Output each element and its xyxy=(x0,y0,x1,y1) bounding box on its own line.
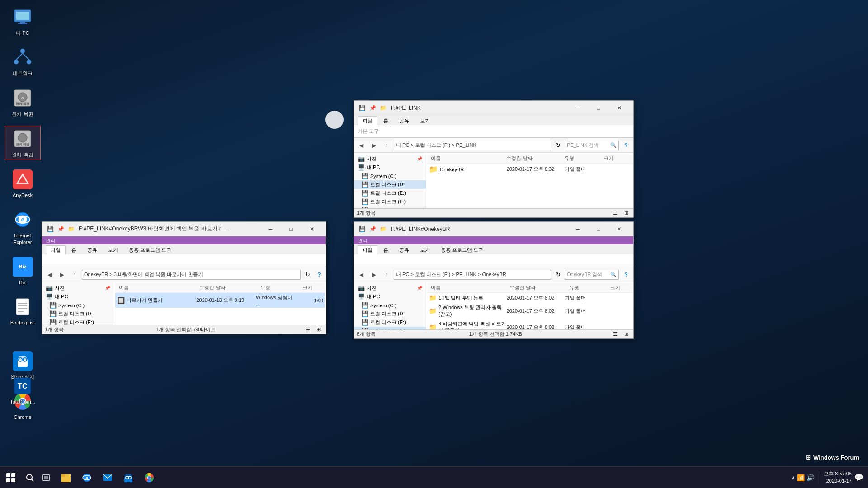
col-size[interactable]: 크기 xyxy=(602,155,631,162)
col-type-br[interactable]: 유형 xyxy=(567,284,609,291)
sidebar-e-br[interactable]: 💾 로컬 디스크 (E:) xyxy=(354,318,426,327)
tab-app-tools-br[interactable]: 응용 프로그램 도구 xyxy=(436,245,488,254)
quick-folder-bl[interactable]: 📁 xyxy=(66,225,76,233)
col-name-br[interactable]: 이름 xyxy=(429,284,508,291)
close-btn-bl[interactable]: ✕ xyxy=(302,222,322,236)
maximize-btn-bl[interactable]: □ xyxy=(281,222,302,236)
col-size-bl[interactable]: 크기 xyxy=(301,284,323,291)
tile-view-bl[interactable]: ⊞ xyxy=(314,326,323,334)
maximize-button[interactable]: □ xyxy=(588,101,609,115)
wonki-backup-icon[interactable]: 원키 백업 원키 백업 xyxy=(5,126,41,160)
help-button[interactable]: ? xyxy=(621,140,632,151)
sidebar-mypc-bl[interactable]: 🖥️ 내 PC xyxy=(42,292,114,301)
tab-view[interactable]: 보기 xyxy=(415,116,435,125)
quick-save[interactable]: 💾 xyxy=(358,104,367,112)
wonki-restore-icon[interactable]: ⟳ 원키 복원 원키 복원 xyxy=(5,85,41,119)
tab-home-bl[interactable]: 홈 xyxy=(66,245,81,254)
biz-icon[interactable]: Biz Biz xyxy=(5,254,41,287)
forward-button[interactable]: ▶ xyxy=(368,140,379,151)
address-input-br[interactable]: 내 PC > 로컬 디스크 (F:) > PE_LINK > OnekeyBR xyxy=(394,270,551,280)
table-row[interactable]: 📁 OnekeyBR 2020-01-17 오후 8:32 파일 폴더 xyxy=(427,164,632,175)
taskbar-file-explorer[interactable] xyxy=(56,468,76,488)
table-row-shortcut[interactable]: 🔲 바로가기 만들기 2020-01-13 오후 9:19 Windows 명령… xyxy=(115,293,325,308)
tile-view-btn[interactable]: ⊞ xyxy=(622,209,631,217)
tab-view-br[interactable]: 보기 xyxy=(415,245,435,254)
quick-pin-bl[interactable]: 📌 xyxy=(56,225,66,233)
col-date-bl[interactable]: 수정한 날짜 xyxy=(198,284,259,291)
tab-app-tools-bl[interactable]: 응용 프로그램 도구 xyxy=(124,245,176,254)
col-type-bl[interactable]: 유형 xyxy=(259,284,301,291)
forward-btn-bl[interactable]: ▶ xyxy=(57,269,67,280)
back-btn-br[interactable]: ◀ xyxy=(356,269,367,280)
taskbar-store[interactable] xyxy=(118,468,138,488)
tab-file-bl[interactable]: 파일 xyxy=(46,245,66,254)
task-view-button[interactable] xyxy=(22,467,38,488)
quick-save-br[interactable]: 💾 xyxy=(358,225,367,233)
minimize-btn-bl[interactable]: ─ xyxy=(260,222,281,236)
network-icon[interactable]: 네트워크 xyxy=(5,45,41,78)
col-name-bl[interactable]: 이름 xyxy=(117,284,198,291)
tab-home-br[interactable]: 홈 xyxy=(378,245,393,254)
col-type[interactable]: 유형 xyxy=(562,155,602,162)
address-input-bl[interactable]: OnekeyBR > 3.바탕화면에 백업 복원 바로가기 만들기 xyxy=(82,270,301,280)
tab-file[interactable]: 파일 xyxy=(358,116,377,125)
quick-folder[interactable]: 📁 xyxy=(378,104,388,112)
start-button[interactable] xyxy=(0,467,22,488)
col-name[interactable]: 이름 xyxy=(429,155,505,162)
sidebar-photos-br[interactable]: 📷 사진 📌 xyxy=(354,284,426,292)
tab-file-br[interactable]: 파일 xyxy=(358,245,377,254)
col-date[interactable]: 수정한 날짜 xyxy=(505,155,562,162)
search-box-br[interactable]: OnekeyBR 검색 🔍 xyxy=(565,270,619,280)
table-row[interactable]: 📁 1.PE 멀티 부팅 등록 2020-01-17 오후 8:02 파일 폴더 xyxy=(427,293,632,303)
help-btn-bl[interactable]: ? xyxy=(314,269,324,280)
sidebar-d-bl[interactable]: 💾 로컬 디스크 (D: xyxy=(42,310,114,318)
tab-share[interactable]: 공유 xyxy=(394,116,414,125)
clock[interactable]: 오후 8:57:05 2020-01-17 xyxy=(824,470,852,484)
sidebar-c-bl[interactable]: 💾 System (C:) xyxy=(42,301,114,310)
refresh-btn-br[interactable]: ↻ xyxy=(553,270,563,280)
address-input[interactable]: 내 PC > 로컬 디스크 (F:) > PE_LINK xyxy=(394,141,551,150)
back-button[interactable]: ◀ xyxy=(356,140,367,151)
close-button[interactable]: ✕ xyxy=(609,101,630,115)
taskbar-chrome[interactable] xyxy=(139,468,159,488)
up-btn-bl[interactable]: ↑ xyxy=(69,269,80,280)
taskbar-ie[interactable]: e xyxy=(77,468,97,488)
network-tray-icon[interactable]: 📶 xyxy=(797,474,805,481)
anydesk-icon[interactable]: AnyDesk xyxy=(5,167,41,200)
sidebar-system-c[interactable]: 💾 System (C:) xyxy=(354,172,426,180)
refresh-btn-bl[interactable]: ↻ xyxy=(302,270,312,280)
col-size-br[interactable]: 크기 xyxy=(609,284,631,291)
detail-view-bl[interactable]: ☰ xyxy=(303,326,312,334)
col-date-br[interactable]: 수정한 날짜 xyxy=(508,284,567,291)
sidebar-e-bl[interactable]: 💾 로컬 디스크 (E:) xyxy=(42,318,114,325)
quick-pin[interactable]: 📌 xyxy=(368,104,377,112)
up-button[interactable]: ↑ xyxy=(381,140,392,151)
help-btn-br[interactable]: ? xyxy=(621,269,632,280)
sidebar-photos[interactable]: 📷 사진 📌 xyxy=(354,155,426,163)
sidebar-photos-bl[interactable]: 📷 사진 📌 xyxy=(42,284,114,292)
tab-share-bl[interactable]: 공유 xyxy=(82,245,102,254)
minimize-button[interactable]: ─ xyxy=(567,101,588,115)
my-pc-icon[interactable]: 내 PC xyxy=(5,5,41,38)
sidebar-d-br[interactable]: 💾 로컬 디스크 (D: xyxy=(354,310,426,318)
search-box[interactable]: PE_LINK 검색 🔍 xyxy=(565,141,619,150)
close-btn-br[interactable]: ✕ xyxy=(609,222,630,236)
sidebar-my-pc[interactable]: 🖥️ 내 PC xyxy=(354,163,426,172)
volume-tray-icon[interactable]: 🔊 xyxy=(807,474,814,481)
sidebar-drive-e[interactable]: 💾 로컬 디스크 (E:) xyxy=(354,189,426,197)
table-row[interactable]: 📁 2.Windows 부팅 관리자 출력(참고) 2020-01-17 오후 … xyxy=(427,303,632,319)
forward-btn-br[interactable]: ▶ xyxy=(368,269,379,280)
total-commander-icon[interactable]: TC TotalCom... xyxy=(5,373,41,407)
tab-home[interactable]: 홈 xyxy=(378,116,393,125)
notification-icon[interactable]: 💬 xyxy=(854,473,863,482)
minimize-btn-br[interactable]: ─ xyxy=(567,222,588,236)
quick-pin-br[interactable]: 📌 xyxy=(368,225,377,233)
detail-view-btn[interactable]: ☰ xyxy=(611,209,620,217)
sidebar-drive-f[interactable]: 💾 로컬 디스크 (F:) xyxy=(354,197,426,206)
back-btn-bl[interactable]: ◀ xyxy=(44,269,55,280)
booting-list-icon[interactable]: BootingList xyxy=(5,294,41,328)
ie-icon[interactable]: e Internet Explorer xyxy=(5,207,41,247)
refresh-button[interactable]: ↻ xyxy=(553,141,563,150)
tray-expand[interactable]: ∧ xyxy=(791,474,795,481)
cortana-button[interactable] xyxy=(38,467,54,488)
